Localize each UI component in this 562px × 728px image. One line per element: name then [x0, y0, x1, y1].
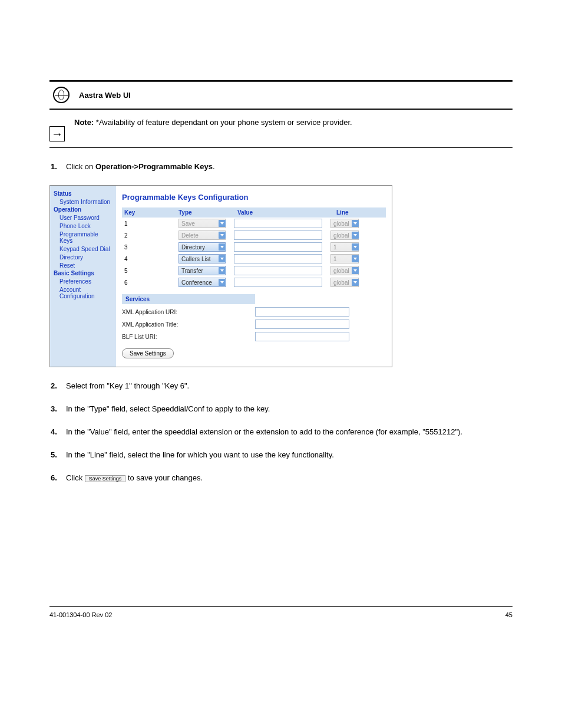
svc-blf-uri-row: BLF List URI:: [122, 332, 386, 341]
arrow-box: →: [49, 126, 65, 141]
svc-xml-uri-row: XML Application URI:: [122, 307, 386, 317]
xml-uri-label: XML Application URI:: [122, 309, 255, 315]
sidebar-preferences[interactable]: Preferences: [54, 278, 113, 285]
note-body: Note: *Availability of feature dependant…: [74, 118, 352, 127]
type-select[interactable]: [178, 278, 226, 287]
line-select: [330, 254, 359, 263]
line-select: [330, 242, 359, 252]
content-panel: Programmable Keys Configuration Key Type…: [116, 186, 392, 367]
value-input[interactable]: [234, 278, 322, 287]
footer: 41-001304-00 Rev 02 45: [49, 611, 513, 618]
step-2: 2. Select from "Key 1" through "Key 6".: [49, 381, 513, 390]
sidebar: Status System Information Operation User…: [50, 186, 116, 367]
sidebar-phone-lock[interactable]: Phone Lock: [54, 223, 113, 229]
table-row: 1: [122, 218, 386, 229]
value-input[interactable]: [234, 219, 322, 228]
sidebar-system-info[interactable]: System Information: [54, 199, 113, 205]
note-underline: [49, 147, 513, 148]
sidebar-account-config[interactable]: Account Configuration: [54, 286, 113, 299]
key-cell: 6: [124, 279, 178, 286]
note-row: → Note: *Availability of feature dependa…: [49, 118, 513, 141]
value-input[interactable]: [234, 230, 322, 240]
line-select: [330, 266, 359, 275]
note-bold: Note:: [74, 118, 94, 127]
step-6: 6. Click Save Settings to save your chan…: [49, 473, 513, 482]
step-num-1: 1.: [51, 162, 66, 171]
footer-left: 41-001304-00 Rev 02: [49, 611, 112, 618]
arrow-right-icon: →: [51, 128, 63, 140]
sidebar-basic-settings[interactable]: Basic Settings: [54, 270, 113, 276]
line-select: [330, 230, 359, 240]
sidebar-operation[interactable]: Operation: [54, 206, 113, 213]
col-line: Line: [336, 209, 374, 216]
sidebar-prog-keys[interactable]: Programmable Keys: [54, 231, 113, 244]
table-header: Key Type Value Line: [122, 207, 386, 218]
save-settings-button[interactable]: Save Settings: [122, 348, 174, 358]
tiny-save-settings-icon: Save Settings: [85, 475, 126, 482]
table-row: 4: [122, 253, 386, 265]
type-select[interactable]: [178, 242, 226, 252]
aastra-web-ui-band: Aastra Web UI: [49, 82, 513, 108]
sidebar-reset[interactable]: Reset: [54, 262, 113, 269]
xml-title-label: XML Application Title:: [122, 321, 255, 328]
blf-uri-label: BLF List URI:: [122, 334, 255, 340]
value-input[interactable]: [234, 242, 322, 252]
sidebar-keypad-speed[interactable]: Keypad Speed Dial: [54, 246, 113, 252]
note-text: *Availability of feature dependant on yo…: [96, 118, 352, 127]
xml-title-input[interactable]: [255, 319, 349, 329]
type-select: [178, 230, 226, 240]
value-input[interactable]: [234, 266, 322, 275]
table-row: 3: [122, 241, 386, 253]
table-row: 5: [122, 265, 386, 276]
line-select: [330, 278, 359, 287]
col-key: Key: [124, 209, 178, 216]
type-select[interactable]: [178, 254, 226, 263]
key-cell: 1: [124, 220, 178, 227]
col-value: Value: [237, 209, 336, 216]
table-row: 6: [122, 276, 386, 288]
sidebar-user-password[interactable]: User Password: [54, 215, 113, 221]
step-1-text: Click on Operation->Programmable Keys.: [66, 162, 215, 171]
key-cell: 4: [124, 256, 178, 262]
sidebar-directory[interactable]: Directory: [54, 254, 113, 261]
key-cell: 3: [124, 244, 178, 251]
services-header: Services: [122, 294, 255, 304]
type-select[interactable]: [178, 266, 226, 275]
line-select: [330, 219, 359, 228]
step-5: 5. In the "Line" field, select the line …: [49, 450, 513, 459]
svc-xml-title-row: XML Application Title:: [122, 319, 386, 329]
aastra-web-ui-label: Aastra Web UI: [79, 91, 131, 100]
table-row: 2: [122, 229, 386, 241]
footer-rule: [49, 606, 513, 607]
value-input[interactable]: [234, 254, 322, 263]
step-3: 3. In the "Type" field, select Speeddial…: [49, 404, 513, 413]
globe-icon: [53, 87, 70, 103]
key-cell: 2: [124, 232, 178, 239]
sidebar-status[interactable]: Status: [54, 190, 113, 197]
programmable-keys-screenshot: Status System Information Operation User…: [49, 185, 392, 367]
step-1: 1. Click on Operation->Programmable Keys…: [49, 162, 513, 171]
blf-uri-input[interactable]: [255, 332, 349, 341]
panel-title: Programmable Keys Configuration: [122, 193, 386, 202]
col-type: Type: [178, 209, 237, 216]
step-4: 4. In the "Value" field, enter the speed…: [49, 427, 513, 436]
type-select: [178, 219, 226, 228]
footer-right: 45: [505, 611, 513, 618]
key-cell: 5: [124, 268, 178, 274]
mid-double-rule: [49, 108, 513, 110]
xml-uri-input[interactable]: [255, 307, 349, 317]
